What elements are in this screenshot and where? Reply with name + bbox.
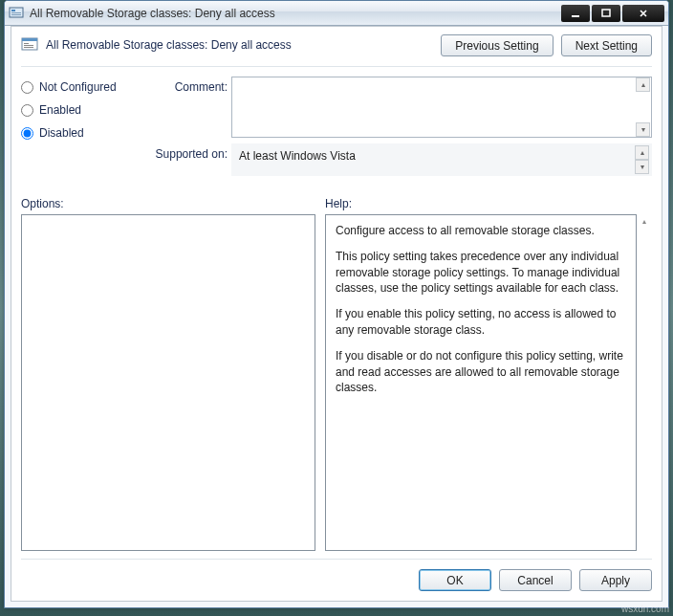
client-area: All Removable Storage classes: Deny all … <box>5 26 668 607</box>
svg-rect-3 <box>11 14 21 15</box>
window-title: All Removable Storage classes: Deny all … <box>30 7 561 20</box>
radio-not-configured-input[interactable] <box>21 81 33 94</box>
comment-box: ▴ ▾ <box>231 77 652 138</box>
scroll-down-icon[interactable]: ▾ <box>635 160 649 174</box>
radio-disabled-input[interactable] <box>21 127 33 140</box>
close-button[interactable] <box>622 5 664 22</box>
window-controls <box>561 5 664 22</box>
svg-rect-7 <box>22 38 37 41</box>
scroll-down-icon[interactable]: ▾ <box>636 122 650 137</box>
next-setting-button[interactable]: Next Setting <box>561 34 652 56</box>
scroll-up-icon[interactable]: ▴ <box>637 214 651 229</box>
radio-disabled-label: Disabled <box>39 126 84 140</box>
help-text: This policy setting takes precedence ove… <box>336 249 626 297</box>
svg-rect-8 <box>24 43 29 44</box>
radio-enabled[interactable]: Enabled <box>21 103 143 117</box>
setting-title: All Removable Storage classes: Deny all … <box>46 38 292 52</box>
radio-enabled-input[interactable] <box>21 104 33 117</box>
svg-rect-5 <box>602 10 610 16</box>
radio-not-configured-label: Not Configured <box>39 80 117 94</box>
watermark: wsxdn.com <box>621 604 669 614</box>
supported-scrollbar[interactable]: ▴ ▾ <box>635 145 650 174</box>
previous-setting-button[interactable]: Previous Setting <box>441 34 553 56</box>
svg-rect-9 <box>24 45 33 46</box>
divider <box>21 66 652 67</box>
options-label: Options: <box>21 197 315 210</box>
help-scrollbar[interactable]: ▴ <box>637 214 652 551</box>
minimize-button[interactable] <box>561 5 590 22</box>
ok-button[interactable]: OK <box>419 569 491 591</box>
help-panel: Configure access to all removable storag… <box>325 214 637 551</box>
apply-button[interactable]: Apply <box>579 569 652 591</box>
comment-scrollbar[interactable]: ▴ ▾ <box>636 77 651 137</box>
radio-enabled-label: Enabled <box>39 103 81 117</box>
help-text: If you enable this policy setting, no ac… <box>336 306 626 339</box>
radio-not-configured[interactable]: Not Configured <box>21 80 143 94</box>
supported-text: At least Windows Vista <box>239 149 356 163</box>
svg-rect-1 <box>11 10 15 11</box>
svg-rect-2 <box>11 12 21 13</box>
comment-label: Comment: <box>147 77 228 138</box>
titlebar[interactable]: All Removable Storage classes: Deny all … <box>5 1 668 26</box>
svg-rect-10 <box>24 47 33 48</box>
policy-icon <box>9 6 24 21</box>
help-text: If you disable or do not configure this … <box>336 348 626 396</box>
comment-textarea[interactable] <box>232 77 636 137</box>
dialog-window: All Removable Storage classes: Deny all … <box>4 0 669 608</box>
supported-box: At least Windows Vista ▴ ▾ <box>231 143 652 176</box>
setting-icon <box>21 36 38 54</box>
svg-rect-4 <box>572 15 579 17</box>
options-panel <box>21 214 315 551</box>
cancel-button[interactable]: Cancel <box>499 569 572 591</box>
maximize-button[interactable] <box>592 5 620 22</box>
scroll-up-icon[interactable]: ▴ <box>636 77 650 92</box>
scroll-up-icon[interactable]: ▴ <box>635 145 649 160</box>
help-text: Configure access to all removable storag… <box>336 223 626 239</box>
radio-disabled[interactable]: Disabled <box>21 126 143 140</box>
help-label: Help: <box>325 197 652 210</box>
supported-label: Supported on: <box>147 143 228 176</box>
